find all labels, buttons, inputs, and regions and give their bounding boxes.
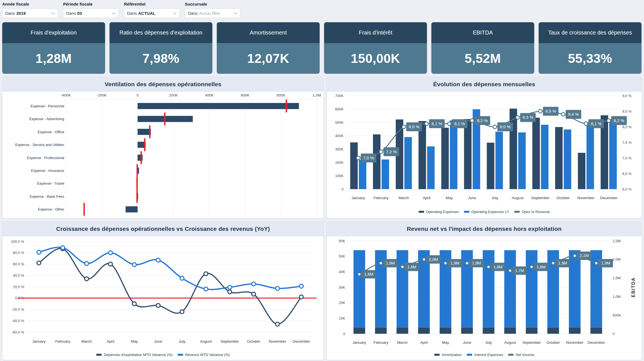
d-penses-d-exploitation-mtd-variance-point-september[interactable] xyxy=(228,290,232,294)
operating-expenses-ly-bar-february[interactable] xyxy=(382,159,389,189)
revenus-mtd-variance-point-april[interactable] xyxy=(108,251,112,255)
net-income-point-july[interactable] xyxy=(487,265,490,268)
revenus-mtd-variance-point-june[interactable] xyxy=(156,258,160,262)
target-marker-expense-office[interactable] xyxy=(149,125,150,138)
opex-to-revenue-point-july[interactable] xyxy=(493,125,497,129)
amortization-bar-september[interactable] xyxy=(526,328,538,334)
target-marker-expense-travel[interactable] xyxy=(136,177,138,190)
d-penses-d-exploitation-mtd-variance-point-june[interactable] xyxy=(156,303,160,307)
interest-expenses-bar-march[interactable] xyxy=(397,250,408,327)
amortization-bar-november[interactable] xyxy=(569,328,581,334)
net-income-point-june[interactable] xyxy=(466,262,469,265)
succursale-dropdown[interactable]: DansAucun filtre xyxy=(185,9,240,18)
legend-item-opex-to-revenue[interactable]: Opex to Revenue xyxy=(514,210,550,214)
operating-expenses-ly-bar-september[interactable] xyxy=(541,125,548,189)
d-penses-d-exploitation-mtd-variance-point-october[interactable] xyxy=(252,292,255,296)
amortization-bar-june[interactable] xyxy=(461,328,473,334)
operating-expenses-bar-january[interactable] xyxy=(350,142,358,189)
interest-expenses-bar-july[interactable] xyxy=(483,250,494,327)
r-f-rentiel-dropdown[interactable]: DansACTUAL xyxy=(124,9,180,18)
operating-expenses-ly-bar-march[interactable] xyxy=(404,137,412,189)
target-marker-expense-service-and-utilities[interactable] xyxy=(144,139,145,151)
revenus-mtd-variance-point-january[interactable] xyxy=(37,250,41,254)
expense-bar-expense-office[interactable] xyxy=(138,129,151,135)
opex-to-revenue-point-february[interactable] xyxy=(379,150,383,154)
operating-expenses-ly-bar-december[interactable] xyxy=(609,119,617,189)
expense-bar-expense-other[interactable] xyxy=(126,206,138,212)
target-marker-expense-other[interactable] xyxy=(83,203,85,216)
operating-expenses-ly-bar-october[interactable] xyxy=(564,129,571,189)
operating-expenses-bar-november[interactable] xyxy=(578,153,585,189)
net-income-point-november[interactable] xyxy=(573,254,576,257)
legend-item-operating-expenses-ly[interactable]: Operating Expenses LY xyxy=(464,210,509,214)
d-penses-d-exploitation-mtd-variance-point-may[interactable] xyxy=(132,302,136,306)
operating-expenses-ly-bar-april[interactable] xyxy=(427,146,435,189)
legend-item-net-income[interactable]: Net Income xyxy=(508,353,534,357)
revenus-mtd-variance-point-september[interactable] xyxy=(228,285,232,289)
revenus-mtd-variance-point-november[interactable] xyxy=(275,286,279,290)
amortization-bar-december[interactable] xyxy=(590,328,602,334)
d-penses-d-exploitation-mtd-variance-point-march[interactable] xyxy=(85,277,89,281)
ann-e-fiscale-dropdown[interactable]: Dans2019 xyxy=(2,9,58,18)
revenus-mtd-variance-point-july[interactable] xyxy=(180,276,184,280)
amortization-bar-may[interactable] xyxy=(440,328,451,334)
operating-expenses-bar-may[interactable] xyxy=(441,128,449,189)
interest-expenses-bar-november[interactable] xyxy=(569,250,581,327)
target-marker-expense-insurance[interactable] xyxy=(136,164,138,177)
amortization-bar-march[interactable] xyxy=(397,328,408,334)
opex-to-revenue-point-november[interactable] xyxy=(584,122,588,125)
opex-to-revenue-point-december[interactable] xyxy=(607,119,611,122)
operating-expenses-ly-bar-august[interactable] xyxy=(518,132,526,189)
legend-item-d-penses-d-exploitation-mtd-variance[interactable]: Dépenses d'exploitation MTD Variance (%) xyxy=(96,353,172,357)
target-marker-expense-bank-fees[interactable] xyxy=(136,190,138,203)
operating-expenses-ly-bar-january[interactable] xyxy=(359,160,366,189)
target-marker-expense-personnel[interactable] xyxy=(286,100,287,112)
interest-expenses-bar-august[interactable] xyxy=(504,250,516,327)
net-income-point-march[interactable] xyxy=(401,265,404,268)
d-penses-d-exploitation-mtd-variance-point-august[interactable] xyxy=(204,272,208,276)
opex-to-revenue-point-september[interactable] xyxy=(539,110,542,113)
d-penses-d-exploitation-mtd-variance-point-january[interactable] xyxy=(37,261,41,265)
operating-expenses-ly-bar-may[interactable] xyxy=(450,120,457,189)
legend-item-interest-expenses[interactable]: Interest Expenses xyxy=(467,353,503,357)
target-marker-expense-professional[interactable] xyxy=(140,151,142,164)
net-income-point-may[interactable] xyxy=(444,262,447,265)
legend-item-operating-expenses[interactable]: Operating Expenses xyxy=(419,210,459,214)
revenus-mtd-variance-point-august[interactable] xyxy=(204,287,208,291)
operating-expenses-ly-bar-july[interactable] xyxy=(495,132,503,189)
revenus-mtd-variance-point-may[interactable] xyxy=(132,263,136,267)
amortization-bar-august[interactable] xyxy=(504,328,516,334)
p-riode-fiscale-dropdown[interactable]: Dans03 xyxy=(63,9,119,18)
operating-expenses-bar-september[interactable] xyxy=(532,118,540,189)
operating-expenses-bar-june[interactable] xyxy=(464,119,472,189)
amortization-bar-february[interactable] xyxy=(375,328,387,334)
net-income-point-january[interactable] xyxy=(358,273,361,276)
expense-bar-expense-personnel[interactable] xyxy=(138,103,299,109)
opex-to-revenue-point-april[interactable] xyxy=(425,122,428,125)
opex-to-revenue-point-march[interactable] xyxy=(402,125,406,129)
opex-to-revenue-point-june[interactable] xyxy=(470,119,474,122)
target-marker-expense-advertising[interactable] xyxy=(164,113,166,125)
opex-to-revenue-point-october[interactable] xyxy=(561,113,565,116)
net-income-point-october[interactable] xyxy=(552,262,555,265)
revenus-mtd-variance-point-february[interactable] xyxy=(61,246,65,249)
d-penses-d-exploitation-mtd-variance-point-april[interactable] xyxy=(108,262,112,266)
amortization-bar-july[interactable] xyxy=(483,328,494,334)
legend-item-amortization[interactable]: Amortization xyxy=(434,353,462,357)
operating-expenses-bar-july[interactable] xyxy=(487,143,494,189)
net-income-point-december[interactable] xyxy=(595,262,598,265)
net-income-point-february[interactable] xyxy=(379,262,382,265)
net-income-point-august[interactable] xyxy=(509,269,512,272)
net-income-point-september[interactable] xyxy=(530,265,533,268)
operating-expenses-ly-bar-november[interactable] xyxy=(586,122,594,189)
opex-to-revenue-point-may[interactable] xyxy=(447,122,451,125)
opex-to-revenue-point-january[interactable] xyxy=(356,156,360,160)
amortization-bar-october[interactable] xyxy=(547,328,559,334)
interest-expenses-bar-september[interactable] xyxy=(526,250,538,327)
amortization-bar-january[interactable] xyxy=(354,328,365,334)
operating-expenses-bar-october[interactable] xyxy=(555,127,563,189)
d-penses-d-exploitation-mtd-variance-point-november[interactable] xyxy=(275,322,279,326)
revenus-mtd-variance-point-october[interactable] xyxy=(252,282,255,286)
legend-item-revenus-mtd-variance[interactable]: Revenus MTD Variance (%) xyxy=(178,353,230,357)
amortization-bar-april[interactable] xyxy=(418,328,430,334)
